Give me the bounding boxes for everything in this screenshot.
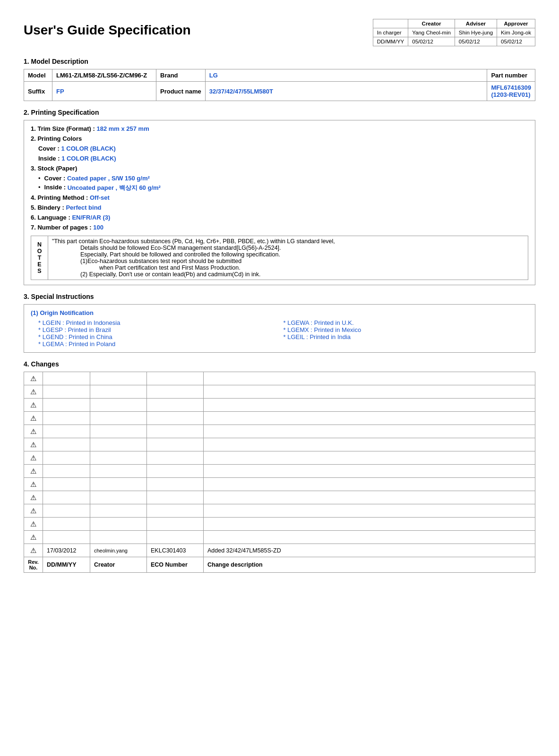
warning-icon: ⚠	[29, 507, 38, 515]
spec-colors-cover: Cover : 1 COLOR (BLACK)	[38, 145, 528, 152]
change-desc-cell	[204, 425, 535, 438]
change-date-cell	[43, 531, 90, 544]
change-creator-cell	[90, 504, 147, 518]
spec-bindery: 5. Bindery : Perfect bind	[31, 204, 528, 211]
change-creator-cell	[90, 412, 147, 425]
part-label: Part number	[487, 69, 535, 82]
change-creator-cell	[90, 399, 147, 412]
change-date-cell	[43, 504, 90, 518]
approval-row2-col3: 05/02/12	[497, 37, 535, 46]
spec-language-value: EN/FR/AR (3)	[72, 214, 110, 221]
origin-right: * LGEWA : Printed in U.K. * LGEMX : Prin…	[284, 319, 529, 348]
change-desc-cell	[204, 518, 535, 531]
change-eco-cell	[147, 385, 204, 399]
change-desc-cell	[204, 438, 535, 451]
spec-stock-inside-value: Uncoated paper , 백상지 60 g/m²	[68, 184, 161, 192]
table-row: ⚠	[24, 504, 535, 518]
spec-method: 4. Printing Method : Off-set	[31, 194, 528, 201]
change-eco-cell	[147, 465, 204, 478]
spec-method-value: Off-set	[90, 194, 110, 201]
table-row: ⚠	[24, 372, 535, 385]
change-data-eco: EKLC301403	[147, 544, 204, 557]
change-desc-cell	[204, 491, 535, 504]
change-eco-cell	[147, 438, 204, 451]
origin-lgend: * LGEND : Printed in China	[38, 333, 284, 340]
spec-trim-value: 182 mm x 257 mm	[96, 125, 149, 132]
change-eco-cell	[147, 504, 204, 518]
approval-empty-header	[373, 19, 408, 28]
spec-trim: 1. Trim Size (Format) : 182 mm x 257 mm	[31, 125, 528, 132]
section2-heading: 2. Printing Specification	[24, 109, 535, 116]
change-desc-cell	[204, 451, 535, 465]
approval-row2-col0: DD/MM/YY	[373, 37, 408, 46]
origin-left: * LGEIN : Printed in Indonesia * LGESP :…	[38, 319, 284, 348]
table-row: ⚠	[24, 478, 535, 491]
changes-col-eco: ECO Number	[147, 557, 204, 573]
approval-row1-col0: In charger	[373, 28, 408, 37]
change-eco-cell	[147, 451, 204, 465]
change-eco-cell	[147, 412, 204, 425]
change-desc-cell	[204, 385, 535, 399]
section4-heading: 4. Changes	[24, 360, 535, 368]
warning-icon: ⚠	[29, 546, 38, 555]
spec-pages: 7. Number of pages : 100	[31, 224, 528, 231]
warning-icon: ⚠	[29, 467, 38, 476]
spec-pages-value: 100	[93, 224, 103, 231]
change-creator-cell	[90, 465, 147, 478]
spec-colors-label: 2. Printing Colors	[31, 135, 82, 142]
change-icon-cell: ⚠	[24, 438, 43, 451]
spec-cover-label: Cover :	[38, 145, 61, 152]
change-icon-cell: ⚠	[24, 478, 43, 491]
approval-row1-col3: Kim Jong-ok	[497, 28, 535, 37]
change-date-cell	[43, 372, 90, 385]
spec-bindery-label: 5. Bindery :	[31, 204, 66, 211]
table-row: ⚠	[24, 399, 535, 412]
origin-lgewa: * LGEWA : Printed in U.K.	[284, 319, 529, 326]
warning-icon: ⚠	[29, 441, 38, 449]
warning-icon: ⚠	[29, 454, 38, 462]
suffix-label: Suffix	[24, 82, 52, 101]
change-creator-cell	[90, 425, 147, 438]
table-row: ⚠	[24, 385, 535, 399]
changes-col-creator: Creator	[90, 557, 147, 573]
origin-lgema: * LGEMA : Printed in Poland	[38, 340, 284, 348]
spec-colors: 2. Printing Colors	[31, 135, 528, 142]
section3-heading: 3. Special Instructions	[24, 293, 535, 300]
model-label: Model	[24, 69, 52, 82]
change-desc-cell	[204, 478, 535, 491]
note-line-6: (2) Especially, Don't use or contain lea…	[80, 271, 524, 278]
change-icon-cell: ⚠	[24, 399, 43, 412]
note-line-1: "This part contain Eco-hazardous substan…	[52, 238, 524, 245]
spec-inside-label: Inside :	[38, 155, 61, 162]
warning-icon: ⚠	[29, 374, 38, 383]
table-row: ⚠	[24, 425, 535, 438]
change-data-icon-cell: ⚠	[24, 544, 43, 557]
change-date-cell	[43, 491, 90, 504]
change-icon-cell: ⚠	[24, 412, 43, 425]
table-row: ⚠	[24, 465, 535, 478]
page-title: User's Guide Specification	[24, 19, 363, 38]
change-date-cell	[43, 412, 90, 425]
change-icon-cell: ⚠	[24, 504, 43, 518]
change-creator-cell	[90, 518, 147, 531]
change-creator-cell	[90, 491, 147, 504]
changes-col-desc: Change description	[204, 557, 535, 573]
spec-trim-label: 1. Trim Size (Format) :	[31, 125, 96, 132]
change-data-creator: cheolmin.yang	[90, 544, 147, 557]
note-line-3: Especially, Part should be followed and …	[80, 251, 524, 258]
header-section: User's Guide Specification Creator Advis…	[24, 19, 535, 46]
warning-icon: ⚠	[29, 520, 38, 528]
product-value: 32/37/42/47/55LM580T	[205, 82, 487, 101]
approval-row2-col2: 05/02/12	[455, 37, 497, 46]
change-desc-cell	[204, 372, 535, 385]
approval-creator-header: Creator	[408, 19, 455, 28]
suffix-value: FP	[52, 82, 156, 101]
table-row: ⚠	[24, 518, 535, 531]
spec-stock-cover-label: Cover :	[44, 175, 66, 182]
warning-icon: ⚠	[29, 388, 38, 396]
brand-value: LG	[205, 69, 487, 82]
change-creator-cell	[90, 385, 147, 399]
change-date-cell	[43, 478, 90, 491]
spec-colors-inside: Inside : 1 COLOR (BLACK)	[38, 155, 528, 162]
change-icon-cell: ⚠	[24, 518, 43, 531]
